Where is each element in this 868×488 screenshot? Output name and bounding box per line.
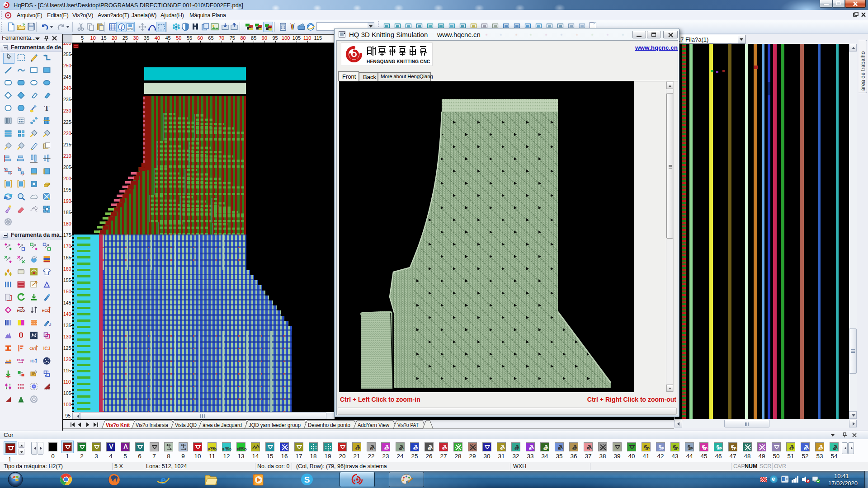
svg-text:AddYarn View: AddYarn View [358,422,390,428]
svg-text:ICJ: ICJ [43,346,51,351]
svg-text:S: S [304,475,310,484]
svg-text:Desenho de ponto: Desenho de ponto [308,422,350,428]
svg-text:icon: icon [127,28,133,31]
svg-text:T: T [44,104,50,113]
svg-text:JQD yarn feeder group: JQD yarn feeder group [249,422,301,428]
svg-text:Vis?o Instarsia: Vis?o Instarsia [136,422,169,428]
svg-text:área de Jacquard: área de Jacquard [203,422,242,428]
svg-text:HCD: HCD [42,309,50,313]
svg-text:e: e [160,473,166,487]
svg-text:Vis?o Knit: Vis?o Knit [106,422,130,428]
svg-text:J: J [49,323,52,327]
svg-text:CNT: CNT [29,347,37,351]
svg-text:HCD: HCD [17,309,25,313]
svg-text:Vista JQD: Vista JQD [175,422,197,428]
svg-text:Vis?o PAT: Vis?o PAT [397,422,419,428]
svg-text:HCD: HCD [17,358,24,362]
